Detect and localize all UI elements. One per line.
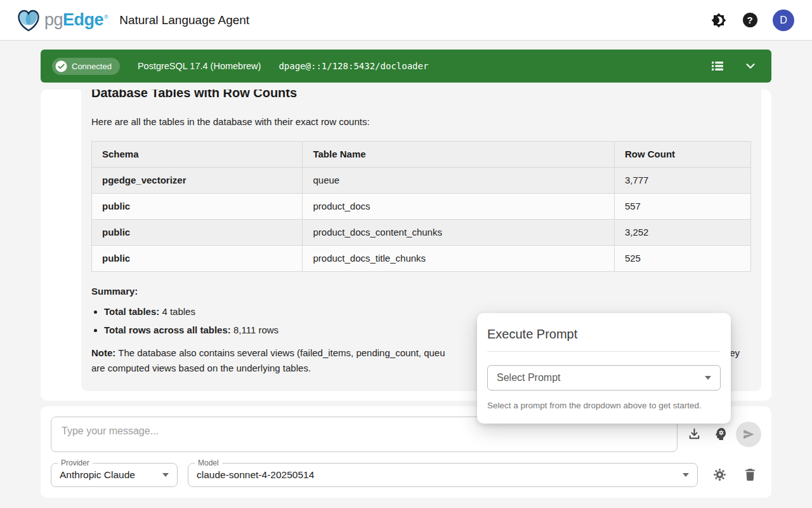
user-avatar[interactable]: D [773, 10, 794, 31]
connection-expand-button[interactable] [742, 58, 759, 74]
select-prompt-dropdown[interactable]: Select Prompt [487, 365, 721, 391]
cell-table-name: product_docs [303, 194, 614, 220]
note-line1-text: The database also contains several views… [115, 347, 445, 358]
provider-select[interactable]: Provider Anthropic Claude [51, 463, 178, 487]
clear-chat-button[interactable] [742, 467, 758, 483]
cell-schema: public [92, 246, 303, 272]
download-button[interactable] [686, 426, 702, 443]
app-header: pgEdge® Natural Language Agent ? D [0, 0, 812, 41]
settings-button[interactable] [711, 467, 728, 483]
brand-wordmark: pgEdge® [44, 10, 108, 30]
cell-schema: pgedge_vectorizer [92, 168, 303, 194]
provider-select-value: Anthropic Claude [60, 469, 135, 481]
brightness-icon [711, 13, 726, 28]
brand-registered-mark: ® [104, 14, 108, 20]
cell-row-count: 557 [614, 194, 750, 220]
psychology-icon [713, 426, 729, 442]
pgedge-heart-icon [15, 8, 42, 33]
cell-table-name: queue [303, 168, 614, 194]
cell-schema: public [92, 194, 303, 220]
connection-status-label: Connected [72, 62, 112, 71]
bullet-label: Total rows across all tables: [104, 324, 231, 335]
bullet-label: Total tables: [104, 306, 159, 317]
pgedge-logo: pgEdge® [15, 8, 108, 33]
cell-schema: public [92, 220, 303, 246]
help-button[interactable]: ? [742, 12, 758, 29]
brand-edge: Edge [63, 10, 103, 30]
note-line1-left: Note: The database also contains several… [91, 345, 445, 361]
execute-prompt-title: Execute Prompt [477, 313, 731, 351]
table-row: public product_docs_title_chunks 525 [92, 246, 751, 272]
note-label: Note: [91, 347, 115, 358]
connection-list-button[interactable] [709, 58, 726, 74]
table-row: pgedge_vectorizer queue 3,777 [92, 168, 751, 194]
cell-row-count: 525 [614, 246, 750, 272]
send-button[interactable] [736, 422, 761, 447]
check-circle-icon [55, 60, 67, 72]
connection-string: dpage@::1/128:5432/docloader [278, 61, 428, 71]
cell-table-name: product_docs_content_chunks [303, 220, 614, 246]
col-header-table-name: Table Name [303, 142, 614, 168]
db-tables-table: Schema Table Name Row Count pgedge_vecto… [91, 141, 751, 272]
note-line-2: are computed views based on the underlyi… [91, 363, 311, 373]
bullet-value: 8,111 rows [231, 324, 278, 335]
server-version-label: PostgreSQL 17.4 (Homebrew) [138, 61, 261, 71]
table-row: public product_docs 557 [92, 194, 751, 220]
dark-mode-toggle-button[interactable] [710, 12, 727, 29]
dropdown-caret-icon [162, 473, 169, 477]
prompt-ideas-button[interactable] [712, 426, 729, 443]
model-select-value: claude-sonnet-4-20250514 [197, 469, 314, 481]
provider-select-label: Provider [58, 458, 93, 467]
brand-pg: pg [44, 10, 63, 30]
chevron-down-icon [743, 59, 757, 73]
cell-table-name: product_docs_title_chunks [303, 246, 614, 272]
page-title: Natural Language Agent [119, 13, 249, 27]
execute-prompt-panel: Execute Prompt Select Prompt Select a pr… [477, 313, 731, 424]
select-prompt-value: Select Prompt [497, 372, 560, 384]
dropdown-caret-icon [683, 473, 689, 477]
help-icon: ? [743, 13, 757, 27]
download-icon [686, 426, 702, 442]
dropdown-caret-icon [705, 376, 711, 380]
note-line1-right: ey [730, 345, 740, 361]
col-header-schema: Schema [92, 142, 303, 168]
cell-row-count: 3,252 [614, 220, 750, 246]
message-intro: Here are all the tables in the database … [91, 115, 751, 128]
model-select-label: Model [195, 458, 222, 467]
message-heading: Database Tables with Row Counts [91, 90, 751, 101]
model-select[interactable]: Model claude-sonnet-4-20250514 [188, 463, 698, 487]
connection-bar: Connected PostgreSQL 17.4 (Homebrew) dpa… [41, 50, 771, 83]
summary-label: Summary: [91, 284, 751, 298]
execute-prompt-helper: Select a prompt from the dropdown above … [487, 400, 721, 411]
gear-icon [712, 467, 728, 483]
col-header-row-count: Row Count [614, 142, 750, 168]
cell-row-count: 3,777 [614, 168, 750, 194]
table-header-row: Schema Table Name Row Count [92, 142, 751, 168]
header-actions: ? D [710, 10, 794, 31]
table-row: public product_docs_content_chunks 3,252 [92, 220, 751, 246]
connection-status-badge: Connected [52, 58, 120, 75]
panel-divider [487, 351, 721, 352]
bullet-value: 4 tables [159, 306, 195, 317]
trash-icon [742, 467, 758, 483]
send-icon [742, 427, 756, 441]
list-icon [710, 58, 725, 74]
